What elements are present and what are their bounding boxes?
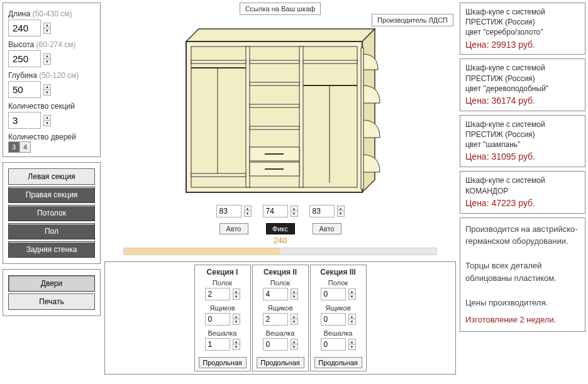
- components-panel: Левая секция Правая секция Потолок Пол З…: [3, 162, 101, 264]
- section2-orientation-button[interactable]: Продольная: [257, 357, 304, 368]
- sections-config-row: Секция I Полок ▲▼ Ящиков ▲▼ Вешалка ▲▼ П…: [104, 261, 456, 375]
- dimensions-panel: Длина (50-430 см) ▲▼ Высота (60-274 см) …: [3, 3, 101, 157]
- price-card-4[interactable]: Шкаф-купе с системой КОМАНДОР Цена: 4722…: [460, 171, 585, 213]
- svg-rect-13: [250, 126, 299, 129]
- section3-width-spinner[interactable]: ▲▼: [337, 206, 345, 217]
- section-card-2: Секция II Полок ▲▼ Ящиков ▲▼ Вешалка ▲▼ …: [252, 265, 309, 371]
- section2-drawers-input[interactable]: [263, 313, 288, 326]
- link-chip[interactable]: Ссылка на Ваш шкаф: [240, 3, 321, 15]
- section3-shelves-input[interactable]: [321, 288, 346, 300]
- svg-rect-12: [250, 104, 299, 107]
- section1-width-input[interactable]: [216, 205, 241, 217]
- section-widths-row: ▲▼ Авто ▲▼ Фикс ▲▼ Авто: [104, 204, 456, 234]
- price-value: Цена: 36174 руб.: [465, 95, 580, 107]
- price-card-3[interactable]: Шкаф-купе с системой ПРЕСТИЖ (Россия) цв…: [460, 115, 585, 167]
- svg-rect-4: [246, 47, 250, 187]
- doors-button[interactable]: Двери: [8, 275, 95, 292]
- sections-spinner[interactable]: ▲▼: [43, 115, 51, 126]
- price-title: Шкаф-купе с системой ПРЕСТИЖ (Россия): [465, 119, 580, 140]
- svg-rect-9: [191, 173, 246, 177]
- section1-hanger-input[interactable]: [205, 338, 230, 351]
- print-button[interactable]: Печать: [8, 293, 95, 310]
- section1-orientation-button[interactable]: Продольная: [199, 357, 247, 368]
- section-card-1: Секция I Полок ▲▼ Ящиков ▲▼ Вешалка ▲▼ П…: [194, 265, 251, 371]
- svg-marker-0: [186, 29, 375, 41]
- section2-mode-fixed[interactable]: Фикс: [266, 223, 295, 234]
- length-spinner[interactable]: ▲▼: [43, 23, 51, 34]
- depth-label: Глубина (50-120 см): [8, 71, 95, 80]
- section3-orientation-button[interactable]: Продольная: [314, 357, 362, 368]
- right-section-button[interactable]: Правая секция: [8, 187, 95, 203]
- section-header: Секция III: [314, 268, 362, 277]
- section-header: Секция II: [257, 268, 304, 277]
- length-input[interactable]: [8, 19, 41, 36]
- price-title: Шкаф-купе с системой ПРЕСТИЖ (Россия): [465, 7, 580, 27]
- info-line: Производится на австрийско-германском об…: [465, 223, 580, 248]
- price-value: Цена: 29913 руб.: [465, 39, 580, 51]
- floor-button[interactable]: Пол: [8, 223, 95, 239]
- svg-rect-6: [191, 60, 246, 63]
- section2-width-spinner[interactable]: ▲▼: [291, 206, 298, 217]
- section1-width-spinner[interactable]: ▲▼: [244, 206, 252, 217]
- price-variant: цвет "шампань": [465, 140, 580, 150]
- section3-mode-auto[interactable]: Авто: [313, 223, 341, 234]
- info-line: Торцы всех деталей облицованы пластиком.: [465, 260, 580, 284]
- info-card: Производится на австрийско-германском об…: [460, 217, 585, 332]
- svg-rect-5: [299, 47, 303, 187]
- doors-count-label: Количество дверей: [8, 133, 95, 141]
- price-title: Шкаф-купе с системой ПРЕСТИЖ (Россия): [465, 63, 580, 83]
- section2-width-input[interactable]: [263, 205, 288, 217]
- height-label: Высота (60-274 см): [8, 40, 95, 49]
- manufacturer-chip[interactable]: Производитель ЛДСП: [372, 14, 453, 26]
- section1-shelves-input[interactable]: [205, 288, 230, 300]
- ceiling-button[interactable]: Потолок: [8, 205, 95, 221]
- height-input[interactable]: [8, 50, 41, 67]
- price-card-1[interactable]: Шкаф-купе с системой ПРЕСТИЖ (Россия) цв…: [460, 3, 585, 55]
- left-section-button[interactable]: Левая секция: [8, 168, 95, 185]
- sections-count-label: Количество секций: [8, 102, 95, 111]
- price-value: Цена: 31095 руб.: [465, 151, 580, 163]
- length-label: Длина (50-430 см): [8, 9, 95, 18]
- svg-rect-11: [250, 82, 299, 85]
- availability: Изготовление 2 недели.: [465, 314, 580, 326]
- section1-mode-auto[interactable]: Авто: [219, 223, 248, 234]
- svg-rect-18: [303, 60, 357, 63]
- section2-hanger-input[interactable]: [263, 338, 288, 351]
- width-slider[interactable]: [123, 248, 437, 255]
- price-value: Цена: 47223 руб.: [465, 197, 580, 209]
- info-line: Цены производителя.: [465, 297, 580, 309]
- section3-drawers-input[interactable]: [321, 313, 346, 326]
- door-option-3[interactable]: 3: [8, 141, 19, 153]
- svg-rect-21: [361, 48, 363, 189]
- price-variant: цвет "серебро/золото": [465, 27, 580, 37]
- svg-rect-10: [250, 60, 299, 63]
- section3-hanger-input[interactable]: [321, 338, 346, 351]
- section3-width-input[interactable]: [309, 205, 335, 217]
- section1-drawers-input[interactable]: [205, 313, 230, 326]
- section-header: Секция I: [199, 268, 247, 277]
- total-width-display: 240: [104, 236, 456, 245]
- section2-shelves-input[interactable]: [263, 288, 288, 300]
- section-card-3: Секция III Полок ▲▼ Ящиков ▲▼ Вешалка ▲▼…: [310, 265, 367, 371]
- depth-input[interactable]: [8, 81, 41, 98]
- sections-count-input[interactable]: [8, 112, 41, 129]
- wardrobe-preview: [180, 23, 381, 199]
- price-title: Шкаф-купе с системой КОМАНДОР: [465, 175, 580, 195]
- actions-panel: Двери Печать: [3, 269, 101, 316]
- door-option-4[interactable]: 4: [19, 141, 31, 153]
- price-variant: цвет "деревоподобный": [465, 84, 580, 94]
- height-spinner[interactable]: ▲▼: [43, 53, 51, 65]
- back-wall-button[interactable]: Задняя стенка: [8, 241, 95, 258]
- price-card-2[interactable]: Шкаф-купе с системой ПРЕСТИЖ (Россия) цв…: [460, 58, 585, 111]
- depth-spinner[interactable]: ▲▼: [43, 84, 51, 96]
